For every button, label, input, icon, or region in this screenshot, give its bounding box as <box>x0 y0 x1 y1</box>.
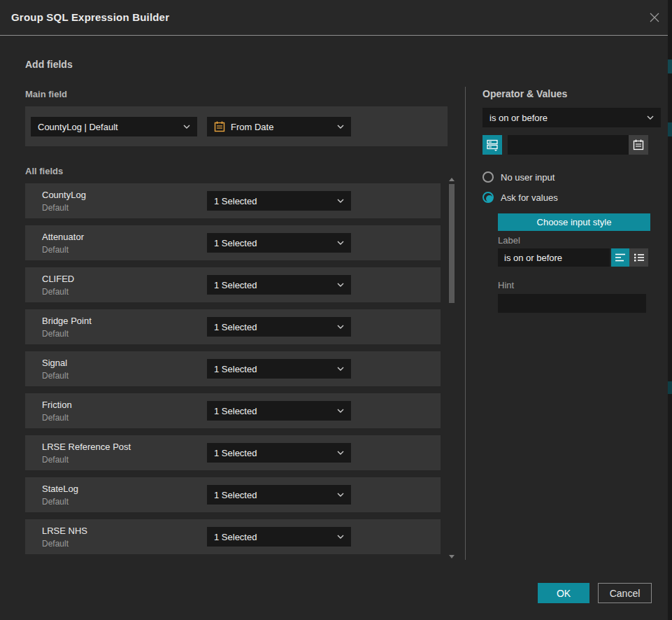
calendar-icon <box>214 121 225 132</box>
field-selection-select[interactable]: 1 Selected <box>207 485 351 505</box>
input-type-button[interactable] <box>482 135 502 155</box>
panel-divider <box>465 87 466 560</box>
label-style-list-button[interactable] <box>629 248 648 267</box>
field-row-countylog: CountyLog Default 1 Selected <box>25 183 441 218</box>
field-subtype: Default <box>42 455 69 465</box>
chevron-down-icon <box>337 125 344 129</box>
chevron-down-icon <box>337 409 344 413</box>
align-left-icon <box>615 253 626 262</box>
calendar-icon <box>633 139 644 150</box>
main-field-source-value: CountyLog | Default <box>38 122 118 132</box>
field-name: Attenuator <box>42 232 84 242</box>
field-row-attenuator: Attenuator Default 1 Selected <box>25 225 441 260</box>
field-selection-select[interactable]: 1 Selected <box>207 443 351 463</box>
ok-button[interactable]: OK <box>538 583 589 603</box>
label-style-text-button[interactable] <box>611 248 629 267</box>
date-picker-button[interactable] <box>629 135 648 155</box>
radio-label: No user input <box>501 172 555 183</box>
field-subtype: Default <box>42 245 69 255</box>
hint-input[interactable] <box>498 294 646 313</box>
all-fields-label: All fields <box>25 166 63 176</box>
selection-count: 1 Selected <box>214 490 257 500</box>
field-name: LRSE NHS <box>42 526 87 536</box>
selection-count: 1 Selected <box>214 448 257 458</box>
field-name: Bridge Point <box>42 316 92 326</box>
main-field-source-select[interactable]: CountyLog | Default <box>31 117 197 136</box>
scrollbar-up-arrow[interactable] <box>449 178 455 181</box>
close-button[interactable] <box>648 10 662 24</box>
choose-input-style-button[interactable]: Choose input style <box>498 213 650 231</box>
radio-ask-for-values[interactable]: Ask for values <box>482 192 558 203</box>
field-subtype: Default <box>42 371 69 381</box>
chevron-down-icon <box>647 115 654 120</box>
field-selection-select[interactable]: 1 Selected <box>207 191 351 211</box>
field-subtype: Default <box>42 413 69 423</box>
list-icon <box>634 253 645 262</box>
selection-count: 1 Selected <box>214 364 257 374</box>
field-name: Friction <box>42 400 72 410</box>
field-subtype: Default <box>42 329 69 339</box>
close-icon <box>649 12 660 23</box>
field-selection-select[interactable]: 1 Selected <box>207 527 351 547</box>
value-date-input[interactable] <box>508 135 648 155</box>
field-name: CLIFED <box>42 274 74 284</box>
field-name: LRSE Reference Post <box>42 442 131 452</box>
field-row-clifed: CLIFED Default 1 Selected <box>25 267 441 302</box>
field-subtype: Default <box>42 539 69 549</box>
chevron-down-icon <box>337 493 344 497</box>
selection-count: 1 Selected <box>214 322 257 332</box>
operator-value: is on or before <box>489 113 548 123</box>
input-type-icon <box>487 139 499 151</box>
operator-select[interactable]: is on or before <box>482 108 661 127</box>
radio-no-user-input[interactable]: No user input <box>482 171 555 183</box>
background-page-strip <box>668 0 672 620</box>
chevron-down-icon <box>183 125 190 129</box>
label-field-label: Label <box>498 235 520 246</box>
field-subtype: Default <box>42 497 69 507</box>
field-name: StateLog <box>42 484 78 494</box>
field-selection-select[interactable]: 1 Selected <box>207 275 351 295</box>
cancel-button[interactable]: Cancel <box>598 583 652 603</box>
field-name: CountyLog <box>42 190 86 200</box>
background-fragment <box>668 122 672 136</box>
radio-circle-icon <box>482 171 494 183</box>
selection-count: 1 Selected <box>214 532 257 542</box>
selection-count: 1 Selected <box>214 238 257 248</box>
selection-count: 1 Selected <box>214 196 257 206</box>
selection-count: 1 Selected <box>214 280 257 290</box>
dialog-titlebar: Group SQL Expression Builder <box>0 0 668 36</box>
field-selection-select[interactable]: 1 Selected <box>207 359 351 379</box>
field-row-statelog: StateLog Default 1 Selected <box>25 477 441 512</box>
main-field-field-value: From Date <box>231 122 273 132</box>
chevron-down-icon <box>337 367 344 371</box>
chevron-down-icon <box>337 325 344 329</box>
main-field-field-select[interactable]: From Date <box>207 117 351 136</box>
hint-field-label: Hint <box>498 280 514 290</box>
background-fragment <box>668 381 672 394</box>
field-row-lrse-nhs: LRSE NHS Default 1 Selected <box>25 519 441 554</box>
operator-values-heading: Operator & Values <box>482 88 567 99</box>
field-subtype: Default <box>42 203 69 213</box>
chevron-down-icon <box>337 283 344 287</box>
field-subtype: Default <box>42 287 69 297</box>
chevron-down-icon <box>337 451 344 455</box>
main-field-label: Main field <box>25 89 67 99</box>
field-row-friction: Friction Default 1 Selected <box>25 393 441 428</box>
label-input[interactable] <box>498 248 610 267</box>
dialog-title: Group SQL Expression Builder <box>11 11 169 23</box>
chevron-down-icon <box>337 241 344 245</box>
field-row-lrse-reference-post: LRSE Reference Post Default 1 Selected <box>25 435 441 470</box>
field-name: Signal <box>42 358 67 368</box>
radio-selected-icon <box>482 192 494 203</box>
scrollbar-thumb[interactable] <box>449 184 455 303</box>
field-selection-select[interactable]: 1 Selected <box>207 401 351 421</box>
main-field-panel: CountyLog | Default From Date <box>25 106 448 146</box>
background-fragment <box>668 59 672 73</box>
field-selection-select[interactable]: 1 Selected <box>207 233 351 253</box>
chevron-down-icon <box>337 199 344 203</box>
add-fields-heading: Add fields <box>25 59 73 70</box>
chevron-down-icon <box>337 535 344 539</box>
field-row-signal: Signal Default 1 Selected <box>25 351 441 386</box>
scrollbar-down-arrow[interactable] <box>449 555 455 558</box>
field-selection-select[interactable]: 1 Selected <box>207 317 351 337</box>
